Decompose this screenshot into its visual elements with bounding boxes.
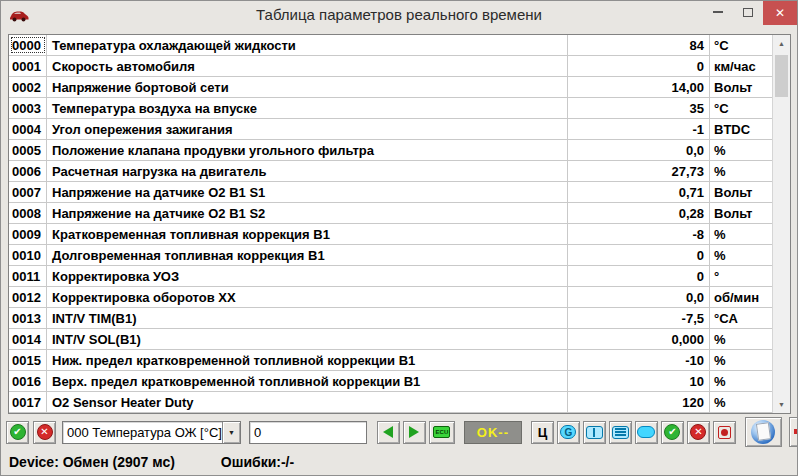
param-value-cell[interactable]: 0 [568,245,710,265]
exit-button[interactable] [789,417,798,447]
param-value-input[interactable] [249,421,367,444]
param-id-cell[interactable]: 0010 [9,245,47,265]
table-row[interactable]: 0011 Корректировка УОЗ 0 ° [9,266,772,287]
param-value-cell[interactable]: 0 [568,266,710,286]
table-row[interactable]: 0010 Долговременная топливная коррекция … [9,245,772,266]
param-name-cell[interactable]: Верх. предел кратковременной топливной к… [47,371,568,391]
param-id-cell[interactable]: 0002 [9,77,47,97]
param-unit-cell[interactable]: % [710,392,772,412]
param-id-cell[interactable]: 0011 [9,266,47,286]
param-name-cell[interactable]: Ниж. предел кратковременной топливной ко… [47,350,568,370]
param-id-cell[interactable]: 0013 [9,308,47,328]
param-unit-cell[interactable]: BTDC [710,119,772,139]
record-button[interactable] [713,421,736,444]
param-id-cell[interactable]: 0017 [9,392,47,412]
step-forward-button[interactable] [403,421,426,444]
param-id-cell[interactable]: 0012 [9,287,47,307]
param-name-cell[interactable]: Напряжение бортовой сети [47,77,568,97]
param-unit-cell[interactable]: °C [710,35,772,55]
param-value-cell[interactable]: 14,00 [568,77,710,97]
param-id-cell[interactable]: 0005 [9,140,47,160]
param-value-cell[interactable]: 120 [568,392,710,412]
param-name-cell[interactable]: Кратковременная топливная коррекция B1 [47,224,568,244]
param-unit-cell[interactable]: °CA [710,308,772,328]
param-unit-cell[interactable]: % [710,245,772,265]
param-value-cell[interactable]: -8 [568,224,710,244]
maximize-button[interactable] [733,1,763,23]
table-row[interactable]: 0016 Верх. предел кратковременной топлив… [9,371,772,392]
param-name-cell[interactable]: Напряжение на датчике O2 B1 S2 [47,203,568,223]
list-view-button[interactable] [609,421,632,444]
table-row[interactable]: 0017 O2 Sensor Heater Duty 120 % [9,392,772,413]
split-view-button[interactable] [583,421,606,444]
param-unit-cell[interactable]: % [710,161,772,181]
param-value-cell[interactable]: -10 [568,350,710,370]
param-name-cell[interactable]: INT/V SOL(B1) [47,329,568,349]
param-value-cell[interactable]: 0,0 [568,140,710,160]
param-value-cell[interactable]: 10 [568,371,710,391]
cancel-button[interactable]: ✕ [33,421,56,444]
table-row[interactable]: 0002 Напряжение бортовой сети 14,00 Воль… [9,77,772,98]
param-value-cell[interactable]: 0,71 [568,182,710,202]
table-row[interactable]: 0006 Расчетная нагрузка на двигатель 27,… [9,161,772,182]
param-value-cell[interactable]: -1 [568,119,710,139]
minimize-button[interactable] [703,1,733,23]
param-id-cell[interactable]: 0014 [9,329,47,349]
param-unit-cell[interactable]: ° [710,266,772,286]
panel-view-button[interactable] [635,421,658,444]
param-name-cell[interactable]: Угол опережения зажигания [47,119,568,139]
param-name-cell[interactable]: Напряжение на датчике O2 B1 S1 [47,182,568,202]
table-row[interactable]: 0013 INT/V TIM(B1) -7,5 °CA [9,308,772,329]
param-name-cell[interactable]: Скорость автомобиля [47,56,568,76]
param-unit-cell[interactable]: Вольт [710,182,772,202]
dropdown-button[interactable]: ▼ [222,422,240,443]
scroll-up-button[interactable]: ▲ [773,35,790,52]
table-row[interactable]: 0015 Ниж. предел кратковременной топливн… [9,350,772,371]
close-button[interactable]: ✕ [763,1,797,25]
param-id-cell[interactable]: 0000 [9,35,47,55]
param-unit-cell[interactable]: % [710,224,772,244]
confirm-button[interactable]: ✔ [6,421,29,444]
table-row[interactable]: 0001 Скорость автомобиля 0 км/час [9,56,772,77]
table-row[interactable]: 0012 Корректировка оборотов ХХ 0,0 об/ми… [9,287,772,308]
param-name-cell[interactable]: Корректировка оборотов ХХ [47,287,568,307]
center-button[interactable]: Ц [531,421,554,444]
param-table[interactable]: 0000 Температура охлаждающей жидкости 84… [9,35,772,413]
param-value-cell[interactable]: 27,73 [568,161,710,181]
param-id-cell[interactable]: 0006 [9,161,47,181]
param-unit-cell[interactable]: % [710,350,772,370]
param-name-cell[interactable]: Температура воздуха на впуске [47,98,568,118]
step-back-button[interactable] [377,421,400,444]
param-id-cell[interactable]: 0015 [9,350,47,370]
param-id-cell[interactable]: 0001 [9,56,47,76]
param-unit-cell[interactable]: °C [710,98,772,118]
table-row[interactable]: 0005 Положение клапана продувки угольног… [9,140,772,161]
table-row[interactable]: 0008 Напряжение на датчике O2 B1 S2 0,28… [9,203,772,224]
param-unit-cell[interactable]: Вольт [710,203,772,223]
param-id-cell[interactable]: 0016 [9,371,47,391]
param-id-cell[interactable]: 0009 [9,224,47,244]
table-row[interactable]: 0007 Напряжение на датчике O2 B1 S1 0,71… [9,182,772,203]
param-value-cell[interactable]: -7,5 [568,308,710,328]
param-unit-cell[interactable]: % [710,371,772,391]
graph-button[interactable]: G [557,421,580,444]
param-unit-cell[interactable]: % [710,329,772,349]
param-id-cell[interactable]: 0008 [9,203,47,223]
param-value-cell[interactable]: 0 [568,56,710,76]
table-row[interactable]: 0003 Температура воздуха на впуске 35 °C [9,98,772,119]
vertical-scrollbar[interactable]: ▲ ▼ [772,35,790,413]
param-name-cell[interactable]: Долговременная топливная коррекция B1 [47,245,568,265]
apply-button[interactable]: ✔ [661,421,684,444]
param-name-cell[interactable]: Корректировка УОЗ [47,266,568,286]
table-row[interactable]: 0014 INT/V SOL(B1) 0,000 % [9,329,772,350]
param-unit-cell[interactable]: % [710,140,772,160]
param-select[interactable]: 000 Температура ОЖ [°C] ▼ [62,421,241,444]
table-row[interactable]: 0000 Температура охлаждающей жидкости 84… [9,35,772,56]
param-name-cell[interactable]: O2 Sensor Heater Duty [47,392,568,412]
scroll-down-button[interactable]: ▼ [773,396,790,413]
param-id-cell[interactable]: 0003 [9,98,47,118]
param-unit-cell[interactable]: об/мин [710,287,772,307]
param-name-cell[interactable]: Расчетная нагрузка на двигатель [47,161,568,181]
param-name-cell[interactable]: INT/V TIM(B1) [47,308,568,328]
table-row[interactable]: 0009 Кратковременная топливная коррекция… [9,224,772,245]
